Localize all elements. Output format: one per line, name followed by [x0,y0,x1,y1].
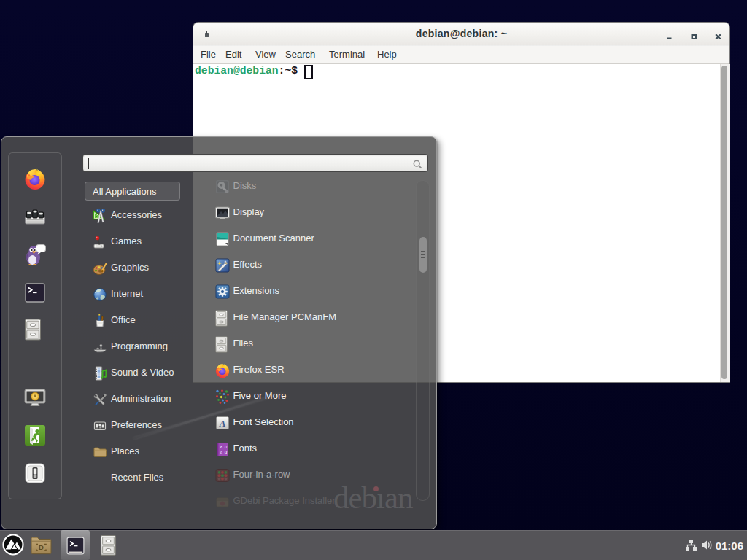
svg-text:D: D [39,543,44,551]
svg-text:A: A [219,418,226,429]
svg-text:a: a [225,448,228,455]
